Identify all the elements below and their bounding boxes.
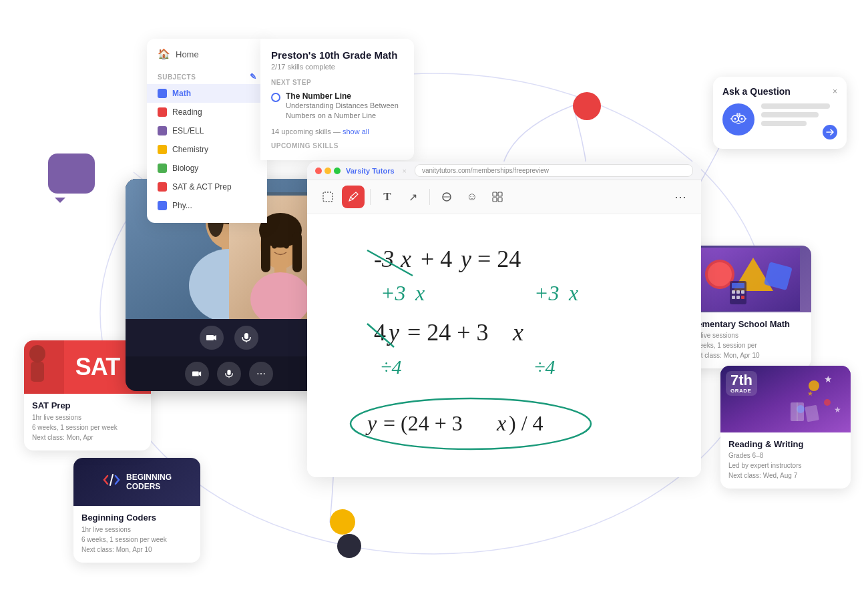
wb-tool-grid[interactable] — [486, 186, 509, 208]
wb-tool-shape[interactable] — [435, 186, 458, 208]
ask-card-line-2 — [761, 112, 819, 117]
ask-card-close-button[interactable]: × — [833, 87, 837, 96]
svg-text:x: x — [400, 246, 411, 272]
wb-traffic-lights — [315, 168, 341, 174]
sat-dot — [158, 182, 167, 192]
svg-point-6 — [734, 118, 736, 120]
upcoming-skills-label: UPCOMING SKILLS — [271, 142, 403, 149]
sidebar-subjects-section: SUBJECTS ✎ — [147, 67, 267, 84]
wb-tool-pen[interactable] — [342, 186, 365, 208]
wb-toolbar: T ↗ ☺ ⋯ — [307, 180, 701, 214]
yellow-orb — [330, 509, 355, 535]
coders-card: BEGINNINGCODERS Beginning Coders 1hr liv… — [73, 458, 200, 563]
sidebar-item-chemistry[interactable]: Chemistry — [147, 140, 267, 159]
dark-orb — [337, 534, 361, 558]
svg-rect-13 — [493, 192, 497, 196]
reading-card-title: Reading & Writing — [728, 439, 843, 449]
teacher-mic-button[interactable] — [234, 326, 258, 350]
sidebar-item-sat[interactable]: SAT & ACT Prep — [147, 178, 267, 196]
esl-dot — [158, 126, 167, 135]
reading-instructor: Led by expert instructors — [728, 461, 843, 471]
svg-rect-14 — [498, 192, 502, 196]
svg-text:★: ★ — [824, 374, 833, 384]
chemistry-dot — [158, 145, 167, 154]
sidebar-panel: 🏠 Home SUBJECTS ✎ Math Reading ESL/ELL C… — [147, 39, 267, 223]
svg-rect-56 — [261, 232, 270, 272]
svg-text:) / 4: ) / 4 — [509, 411, 544, 435]
sat-banner-text: SAT — [75, 353, 120, 381]
sidebar-item-esl[interactable]: ESL/ELL — [147, 121, 267, 140]
biology-dot — [158, 164, 167, 173]
sidebar-item-biology[interactable]: Biology — [147, 159, 267, 178]
grade-badge: 7th GRADE — [726, 371, 757, 396]
elem-weeks: 6 weeks, 1 session per — [689, 340, 803, 350]
next-item-name: The Number Line — [286, 91, 403, 101]
wb-url[interactable]: vanitytutors.com/memberships/freepreview — [415, 164, 693, 177]
sidebar-item-reading[interactable]: Reading — [147, 103, 267, 121]
coders-sessions: 1hr live sessions — [81, 525, 192, 535]
svg-text:★: ★ — [807, 390, 813, 397]
svg-point-60 — [272, 243, 277, 249]
next-step-label: NEXT STEP — [271, 79, 403, 86]
ask-card-send-button[interactable] — [823, 125, 837, 139]
teacher-video-controls — [126, 319, 333, 356]
sat-card-weeks: 6 weeks, 1 session per week — [32, 422, 143, 432]
show-all-link[interactable]: show all — [343, 127, 369, 135]
reading-banner: ★ ★ ★ 7th GRADE — [720, 366, 851, 432]
svg-point-85 — [824, 399, 831, 406]
svg-rect-78 — [736, 290, 740, 294]
wb-tool-select[interactable] — [316, 186, 339, 208]
svg-rect-82 — [741, 296, 744, 299]
svg-text:y: y — [459, 246, 471, 272]
student-more-button[interactable]: ⋯ — [249, 362, 273, 386]
ask-card-title: Ask a Question — [722, 86, 791, 97]
svg-text:x: x — [568, 281, 578, 305]
ask-question-card: Ask a Question × — [713, 77, 847, 149]
svg-rect-64 — [227, 370, 230, 375]
whiteboard-panel: Varsity Tutors × vanitytutors.com/member… — [307, 162, 701, 477]
sidebar-item-math[interactable]: Math — [147, 84, 267, 103]
wb-url-bar: Varsity Tutors × vanitytutors.com/member… — [307, 162, 701, 180]
elem-banner-shapes — [693, 248, 800, 311]
svg-text:★: ★ — [834, 405, 841, 414]
coders-icon — [102, 471, 121, 493]
robot-avatar — [722, 103, 754, 135]
teacher-camera-button[interactable] — [200, 326, 224, 350]
coders-weeks: 6 weeks, 1 session per week — [81, 535, 192, 545]
svg-text:+ 4: + 4 — [421, 246, 452, 272]
wb-math-content: -3 x + 4 y = 24 +3 x +3 x 4 y = 24 + 3 x… — [307, 214, 701, 477]
coders-card-title: Beginning Coders — [81, 513, 192, 523]
next-course-item[interactable]: The Number Line Understanding Distances … — [271, 91, 403, 121]
coders-banner-text: BEGINNINGCODERS — [126, 473, 172, 492]
wb-min-dot — [324, 168, 331, 174]
wb-tool-arrow[interactable]: ↗ — [401, 186, 424, 208]
wb-tool-emoji[interactable]: ☺ — [461, 186, 483, 208]
svg-text:y: y — [365, 411, 377, 435]
svg-text:4: 4 — [374, 319, 386, 346]
student-mic-button[interactable] — [217, 362, 241, 386]
wb-tool-text[interactable]: T — [376, 186, 399, 208]
wb-brand: Varsity Tutors — [346, 167, 395, 175]
svg-text:= (24 + 3: = (24 + 3 — [383, 411, 463, 435]
next-item-desc: Understanding Distances Between Numbers … — [286, 101, 403, 121]
sidebar-home-item[interactable]: 🏠 Home — [147, 39, 267, 67]
elem-next: Next class: Mon, Apr 10 — [689, 350, 803, 360]
next-item-dot — [271, 93, 280, 102]
sat-card-sessions: 1hr live sessions — [32, 412, 143, 422]
svg-text:x: x — [415, 281, 425, 305]
svg-rect-81 — [736, 296, 740, 299]
svg-line-69 — [110, 475, 113, 485]
svg-point-61 — [284, 243, 289, 249]
reading-grades: Grades 6–8 — [728, 450, 843, 461]
elem-sessions: 1hr live sessions — [689, 330, 803, 340]
wb-tool-more[interactable]: ⋯ — [669, 186, 692, 208]
student-camera-button[interactable] — [185, 362, 209, 386]
reading-next: Next class: Wed, Aug 7 — [728, 471, 843, 481]
edit-icon[interactable]: ✎ — [250, 72, 257, 81]
sidebar-item-physics[interactable]: Phy... — [147, 196, 267, 215]
course-title: Preston's 10th Grade Math — [271, 49, 403, 61]
sidebar-home-label: Home — [176, 49, 199, 59]
svg-point-7 — [741, 118, 743, 120]
svg-text:x: x — [496, 411, 506, 435]
svg-text:= 24 + 3: = 24 + 3 — [407, 319, 489, 346]
